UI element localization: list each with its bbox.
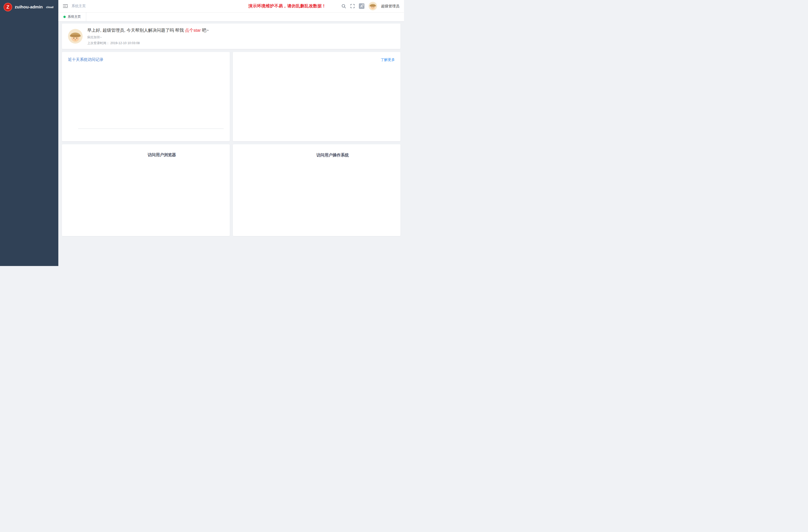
tab-system-home[interactable]: 系统主页 xyxy=(58,12,86,21)
star-link[interactable]: 点个star xyxy=(185,28,201,33)
last-login: 上次登录时间： 2019-12-10 10:03:08 xyxy=(87,41,385,45)
bar-chart-title: 近十天系统访问记录 xyxy=(68,57,104,62)
app-title-suffix: cloud xyxy=(46,5,53,8)
tab-label: 系统主页 xyxy=(68,15,81,19)
visits-bar-card: 近十天系统访问记录 xyxy=(62,52,230,141)
app-window: Z zuihou-admin cloud 系统主页 演示环境维护不易，请勿乱删乱… xyxy=(0,0,404,266)
current-user-name[interactable]: 超级管理员 xyxy=(381,4,400,8)
sidebar: Z zuihou-admin cloud xyxy=(0,0,58,266)
app-logo[interactable]: Z zuihou-admin cloud xyxy=(0,0,58,14)
greeting-card: 早上好, 超级管理员, 今天帮别人解决问题了吗 帮我 点个star 吧~ 疯狂加… xyxy=(62,23,401,49)
os-pie-title: 访问用户操作系统 xyxy=(316,153,349,158)
last-login-time: 2019-12-10 10:03:08 xyxy=(110,41,140,45)
demo-notice: 演示环境维护不易，请勿乱删乱改数据！ xyxy=(249,3,326,9)
sidebar-collapse-icon[interactable] xyxy=(63,4,68,8)
greeting-avatar xyxy=(68,29,83,43)
top-navbar: 系统主页 演示环境维护不易，请勿乱删乱改数据！ A 超级管理员 xyxy=(58,0,404,12)
app-title: zuihou-admin xyxy=(15,4,42,10)
user-avatar[interactable] xyxy=(368,2,377,11)
greeting-title-prefix: 早上好, 超级管理员, 今天帮别人解决问题了吗 帮我 xyxy=(87,28,185,33)
greeting-text: 早上好, 超级管理员, 今天帮别人解决问题了吗 帮我 点个star 吧~ 疯狂加… xyxy=(87,27,385,45)
tabs-bar: 系统主页 xyxy=(58,12,404,21)
bar-ylabels xyxy=(67,71,76,129)
os-pie xyxy=(233,144,277,188)
os-pie-card: 访问用户操作系统 xyxy=(233,144,401,236)
row-charts-bottom: 访问用户浏览器 访问用户操作系统 xyxy=(62,144,401,236)
font-size-icon[interactable]: A xyxy=(359,3,364,9)
navbar-actions: A 超级管理员 xyxy=(341,2,400,11)
features-card: 了解更多 xyxy=(233,52,401,141)
tab-active-dot xyxy=(63,16,66,18)
sidebar-menu xyxy=(0,14,58,266)
logo-badge: Z xyxy=(3,3,12,12)
bar-chart xyxy=(78,71,224,129)
main-area: 系统主页 演示环境维护不易，请勿乱删乱改数据！ A 超级管理员 系统主页 xyxy=(58,0,404,266)
browser-pie xyxy=(62,144,106,188)
search-icon[interactable] xyxy=(341,4,346,8)
page-content: 早上好, 超级管理员, 今天帮别人解决问题了吗 帮我 点个star 吧~ 疯狂加… xyxy=(58,21,404,266)
fullscreen-icon[interactable] xyxy=(350,4,355,8)
greeting-title: 早上好, 超级管理员, 今天帮别人解决问题了吗 帮我 点个star 吧~ xyxy=(87,27,385,33)
browser-pie-card: 访问用户浏览器 xyxy=(62,144,230,236)
row-charts-top: 近十天系统访问记录 了解更多 xyxy=(62,52,401,141)
last-login-label: 上次登录时间： xyxy=(87,41,110,45)
greeting-title-suffix: 吧~ xyxy=(201,28,209,33)
browser-pie-title: 访问用户浏览器 xyxy=(148,152,176,158)
bar-groups xyxy=(78,71,224,129)
learn-more-link[interactable]: 了解更多 xyxy=(381,58,395,62)
breadcrumb[interactable]: 系统主页 xyxy=(72,4,86,8)
greeting-subtitle: 疯狂加班~ xyxy=(87,35,385,40)
